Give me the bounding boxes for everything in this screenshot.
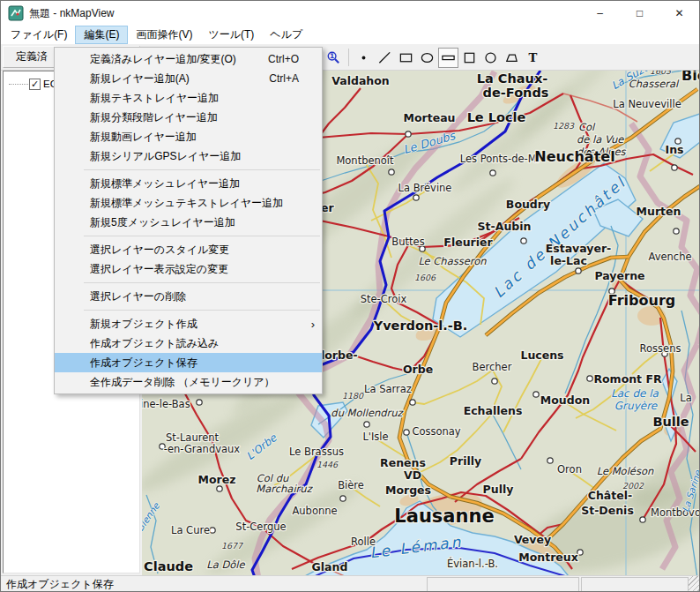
map-label: Oron bbox=[557, 463, 582, 476]
maximize-button[interactable]: □ bbox=[620, 1, 659, 26]
map-label: Lausanne bbox=[394, 506, 494, 527]
draw-point-icon bbox=[356, 50, 371, 65]
shape-square-button[interactable] bbox=[459, 48, 480, 68]
menu-item[interactable]: 新規標準メッシュレイヤー追加 bbox=[55, 174, 322, 193]
close-button[interactable]: ✕ bbox=[659, 1, 699, 26]
map-label: Boudry bbox=[506, 198, 550, 211]
draw-line-button[interactable] bbox=[375, 48, 395, 68]
menu-item[interactable]: 作成オブジェクト読み込み bbox=[55, 333, 322, 353]
menu-item[interactable]: 新規動画レイヤー追加 bbox=[55, 127, 322, 146]
shape-bar-button[interactable] bbox=[438, 48, 458, 68]
town-marker bbox=[217, 486, 222, 491]
town-marker bbox=[389, 169, 394, 175]
map-label: Morges bbox=[385, 483, 431, 497]
map-label: Neuchâtel bbox=[534, 148, 614, 165]
resize-grip[interactable] bbox=[689, 576, 699, 592]
menu-separator bbox=[84, 282, 320, 283]
map-label: Buttes bbox=[391, 236, 424, 248]
menubar-item[interactable]: ヘルプ bbox=[262, 26, 310, 44]
map-label: Pully bbox=[483, 483, 514, 496]
menu-item[interactable]: 選択レイヤーのスタイル変更 bbox=[55, 240, 322, 259]
layer-checkbox[interactable]: ✓ bbox=[29, 79, 41, 90]
menu-item-label: 選択レイヤー表示設定の変更 bbox=[90, 262, 288, 277]
menu-item[interactable]: 新規標準メッシュテキストレイヤー追加 bbox=[55, 193, 322, 213]
menubar-item[interactable]: ツール(T) bbox=[200, 26, 262, 44]
map-label: Le Locle bbox=[467, 110, 526, 124]
draw-rect-button[interactable] bbox=[396, 48, 416, 68]
map-label: Bercher bbox=[473, 361, 512, 373]
town-marker bbox=[364, 422, 369, 427]
map-label: Le Chasseron bbox=[418, 255, 487, 267]
map-label: Les Ponts-de-M. bbox=[460, 153, 540, 165]
map-label: Montbenoît bbox=[336, 154, 394, 167]
menu-separator bbox=[84, 310, 320, 311]
town-marker bbox=[197, 400, 202, 405]
zoom-actual-icon: 1 bbox=[326, 50, 341, 65]
shape-circle-button[interactable] bbox=[480, 48, 501, 68]
map-label: Montreux bbox=[518, 551, 578, 564]
map-label: La Sarraz bbox=[364, 383, 412, 395]
map-label: Le Moléson bbox=[597, 465, 654, 477]
map-label: Fleurier bbox=[443, 236, 493, 249]
window-controls: –□✕ bbox=[580, 1, 699, 26]
window-title: 無題 - nkMapView bbox=[29, 6, 580, 21]
menu-separator bbox=[84, 169, 320, 170]
menubar-item[interactable]: 編集(E) bbox=[75, 26, 128, 44]
map-label: Payerne bbox=[594, 269, 644, 282]
text-tool-button[interactable]: T bbox=[523, 48, 543, 68]
menu-item-label: 新規分類段階レイヤー追加 bbox=[90, 110, 288, 125]
minimize-button[interactable]: – bbox=[580, 1, 620, 26]
menu-item-label: 新規シリアルGPSレイヤー追加 bbox=[90, 149, 288, 164]
menubar-item[interactable]: 画面操作(V) bbox=[128, 26, 200, 44]
menu-item[interactable]: 定義済みレイヤー追加/変更(O)Ctrl+O bbox=[55, 49, 322, 69]
menu-item-label: 全作成データ削除 （メモリークリア） bbox=[90, 375, 288, 390]
menu-shortcut: Ctrl+O bbox=[268, 53, 315, 65]
map-label: Marchairuz bbox=[256, 483, 313, 495]
svg-text:1: 1 bbox=[330, 52, 334, 60]
map-label: Ste-Croix bbox=[361, 293, 407, 305]
menu-item-label: 新規レイヤー追加(A) bbox=[90, 71, 258, 86]
map-label: Yverdon-l.-B. bbox=[373, 318, 468, 333]
menu-item[interactable]: 選択レイヤー表示設定の変更 bbox=[55, 259, 322, 279]
map-label: Cossonay bbox=[412, 425, 460, 438]
map-label: Gruyère bbox=[614, 400, 659, 412]
map-label: La Brévine bbox=[398, 182, 452, 194]
draw-ellipse-button[interactable] bbox=[417, 48, 437, 68]
map-label: Montbovo bbox=[651, 506, 699, 519]
town-marker bbox=[406, 131, 411, 137]
draw-point-button[interactable] bbox=[354, 48, 374, 68]
map-label: La Cure bbox=[171, 524, 210, 536]
menu-separator bbox=[84, 236, 320, 236]
menubar-item[interactable]: ファイル(F) bbox=[3, 26, 75, 44]
draw-ellipse-icon bbox=[420, 50, 435, 65]
map-label: 1606 bbox=[414, 273, 436, 282]
shape-polygon-button[interactable] bbox=[502, 48, 522, 68]
toolbar-separator bbox=[348, 49, 349, 66]
menu-item[interactable]: 作成オブジェクト保存 bbox=[55, 353, 322, 372]
menu-item[interactable]: 新規分類段階レイヤー追加 bbox=[55, 108, 322, 127]
map-label: Gland bbox=[312, 560, 348, 573]
map-label: 1677 bbox=[221, 541, 243, 551]
menu-item[interactable]: 新規レイヤー追加(A)Ctrl+A bbox=[55, 69, 322, 88]
map-label: 1605 bbox=[650, 71, 672, 76]
menu-item[interactable]: 新規シリアルGPSレイヤー追加 bbox=[55, 146, 322, 166]
map-label: er bbox=[321, 201, 334, 214]
town-marker bbox=[576, 268, 581, 274]
menu-item[interactable]: 選択レイヤーの削除 bbox=[55, 287, 322, 306]
menu-item[interactable]: 全作成データ削除 （メモリークリア） bbox=[55, 372, 322, 392]
menu-item-label: 選択レイヤーのスタイル変更 bbox=[90, 243, 288, 258]
app-window: 無題 - nkMapView –□✕ ファイル(F)編集(E)画面操作(V)ツー… bbox=[0, 0, 700, 592]
map-label: du Mollendruz bbox=[331, 407, 404, 419]
menu-shortcut: Ctrl+A bbox=[269, 72, 315, 85]
map-label: Le Brassus bbox=[289, 446, 344, 458]
menu-item[interactable]: 新規オブジェクト作成› bbox=[55, 314, 322, 333]
menu-item[interactable]: 新規5度メッシュレイヤー追加 bbox=[55, 213, 322, 232]
zoom-actual-button[interactable]: 1 bbox=[324, 48, 344, 68]
town-marker bbox=[672, 165, 677, 170]
menubar: ファイル(F)編集(E)画面操作(V)ツール(T)ヘルプ bbox=[1, 26, 699, 45]
menu-item[interactable]: 新規テキストレイヤー追加 bbox=[55, 88, 322, 108]
menu-item-label: 新規テキストレイヤー追加 bbox=[90, 91, 288, 106]
town-marker bbox=[404, 430, 409, 435]
map-label: 1283 bbox=[553, 121, 575, 131]
map-label: Bière bbox=[338, 479, 364, 491]
